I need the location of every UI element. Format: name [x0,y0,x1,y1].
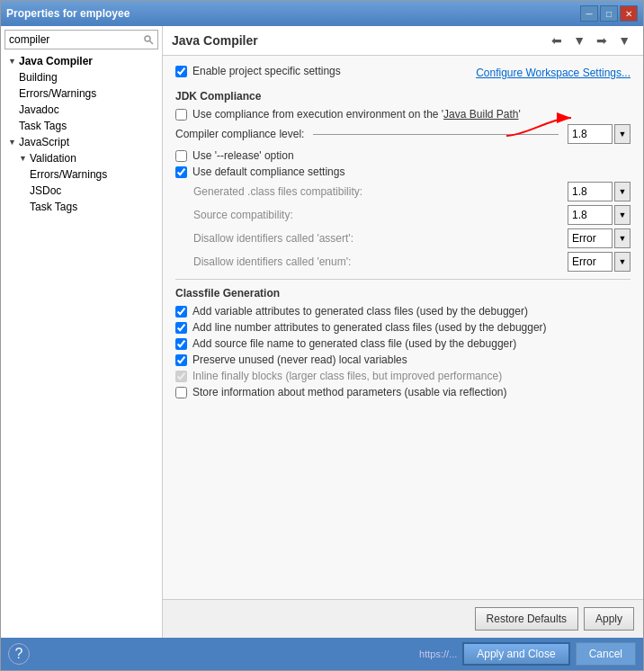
sub-dropdown-2: Error ▼ [568,228,631,248]
classfile-checkbox-3[interactable] [175,354,187,366]
window-controls: ─ □ ✕ [580,5,638,22]
expand-icon-js: ▼ [8,138,17,147]
panel-header: Java Compiler ⬅ ▼ ➡ ▼ [163,26,643,56]
sub-dropdown-arrow-1[interactable]: ▼ [614,205,631,225]
sub-dropdown-0: 1.8 ▼ [568,182,631,201]
sub-value-1: 1.8 [568,205,613,225]
compliance-level-label: Compiler compliance level: [175,128,304,140]
classfile-checkbox-1[interactable] [175,322,187,334]
compliance-line [313,134,559,135]
classfile-opt-2: Add source file name to generated class … [175,337,631,350]
classfile-opt-3: Preserve unused (never read) local varia… [175,353,631,366]
enable-project-checkbox[interactable] [175,66,187,77]
use-release-label: Use '--release' option [192,149,294,162]
sub-value-3: Error [568,252,613,272]
sidebar-item-java-compiler[interactable]: ▼ Java Compiler [4,53,158,69]
help-button[interactable]: ? [8,643,30,665]
use-execution-env-checkbox[interactable] [175,109,187,121]
classfile-label-2: Add source file name to generated class … [192,337,516,350]
classfile-label-4: Inline finally blocks (larger class file… [192,370,502,382]
use-release-checkbox[interactable] [175,150,187,162]
classfile-label-3: Preserve unused (never read) local varia… [192,353,407,366]
sub-label-0: Generated .class files compatibility: [193,185,568,198]
use-release-row: Use '--release' option [175,149,631,162]
sidebar-item-jsdoc[interactable]: JSDoc [4,183,158,199]
panel-nav: ⬅ ▼ ➡ ▼ [548,31,634,49]
maximize-button[interactable]: □ [600,5,618,22]
main-panel: Java Compiler ⬅ ▼ ➡ ▼ Enable project spe… [163,26,643,638]
classfile-checkbox-5[interactable] [175,387,187,398]
classfile-label-0: Add variable attributes to generated cla… [192,305,528,318]
footer-row: ? https://... Apply and Close Cancel [1,638,643,670]
sub-row-3: Disallow identifiers called 'enum': Erro… [193,252,631,272]
classfile-checkbox-2[interactable] [175,338,187,350]
compliance-level-container: Compiler compliance level: [175,124,631,144]
panel-body: Enable project specific settings Configu… [163,56,643,599]
sub-label-2: Disallow identifiers called 'assert': [193,232,568,245]
compliance-level-row: Compiler compliance level: [175,124,631,144]
classfile-label-5: Store information about method parameter… [192,386,507,398]
sub-row-2: Disallow identifiers called 'assert': Er… [193,228,631,248]
sidebar-item-task-tags-js[interactable]: Task Tags [4,199,158,215]
use-default-checkbox[interactable] [175,166,187,178]
sub-dropdown-arrow-0[interactable]: ▼ [614,182,631,201]
sidebar-item-task-tags[interactable]: Task Tags [4,118,158,134]
sub-value-0: 1.8 [568,182,613,201]
expand-icon-validation: ▼ [19,154,28,163]
panel-title: Java Compiler [172,33,258,48]
sub-dropdown-1: 1.8 ▼ [568,205,631,225]
compliance-level-dropdown: 1.8 ▼ [568,124,631,144]
classfile-title: Classfile Generation [175,287,631,300]
sidebar-item-validation[interactable]: ▼ Validation [4,150,158,166]
classfile-checkbox-0[interactable] [175,306,187,318]
top-row: Enable project specific settings Configu… [175,65,631,81]
sub-dropdown-arrow-3[interactable]: ▼ [614,252,631,272]
section-divider [175,279,631,280]
window-content: ▼ Java Compiler Building Errors/Warnings… [1,26,643,638]
use-default-label: Use default compliance settings [192,166,344,178]
minimize-button[interactable]: ─ [580,5,598,22]
sub-dropdown-arrow-2[interactable]: ▼ [614,228,631,248]
sidebar-item-errors-warnings-js[interactable]: Errors/Warnings [4,166,158,183]
sub-settings: Generated .class files compatibility: 1.… [193,182,631,272]
close-button[interactable]: ✕ [620,5,638,22]
properties-window: Properties for employee ─ □ ✕ ▼ Java Com… [0,0,644,671]
nav-forward-dropdown-button[interactable]: ▼ [614,31,634,49]
nav-dropdown-button[interactable]: ▼ [569,31,589,49]
classfile-checkbox-4 [175,371,187,382]
sub-row-0: Generated .class files compatibility: 1.… [193,182,631,201]
compliance-level-value: 1.8 [568,124,613,144]
footer-status: https://... [419,649,457,659]
compliance-level-dropdown-arrow[interactable]: ▼ [614,124,631,144]
nav-back-button[interactable]: ⬅ [548,31,566,49]
sidebar: ▼ Java Compiler Building Errors/Warnings… [1,26,163,638]
sidebar-item-javadoc[interactable]: Javadoc [4,102,158,118]
expand-icon: ▼ [8,57,17,66]
classfile-opt-1: Add line number attributes to generated … [175,321,631,334]
window-title: Properties for employee [6,7,130,20]
enable-project-row: Enable project specific settings [175,65,341,77]
sub-label-3: Disallow identifiers called 'enum': [193,255,568,268]
apply-and-close-button[interactable]: Apply and Close [462,642,569,666]
nav-forward-button[interactable]: ➡ [593,31,611,49]
jdk-compliance-title: JDK Compliance [175,90,631,103]
classfile-opt-4: Inline finally blocks (larger class file… [175,370,631,382]
sub-value-2: Error [568,228,613,248]
sub-row-1: Source compatibility: 1.8 ▼ [193,205,631,225]
sub-dropdown-3: Error ▼ [568,252,631,272]
cancel-button[interactable]: Cancel [576,642,636,666]
use-default-row: Use default compliance settings [175,166,631,178]
restore-defaults-button[interactable]: Restore Defaults [475,607,578,631]
apply-button[interactable]: Apply [584,607,634,631]
sidebar-item-javascript[interactable]: ▼ JavaScript [4,134,158,150]
classfile-label-1: Add line number attributes to generated … [192,321,547,334]
sidebar-item-building[interactable]: Building [4,69,158,85]
title-bar: Properties for employee ─ □ ✕ [1,1,643,26]
use-execution-env-row: Use compliance from execution environmen… [175,108,631,121]
sidebar-item-errors-warnings[interactable]: Errors/Warnings [4,85,158,102]
search-input[interactable] [4,30,158,49]
configure-workspace-link[interactable]: Configure Workspace Settings... [476,67,631,79]
sub-label-1: Source compatibility: [193,209,568,221]
bottom-bar: Restore Defaults Apply [163,599,643,638]
use-execution-env-label: Use compliance from execution environmen… [192,108,521,121]
